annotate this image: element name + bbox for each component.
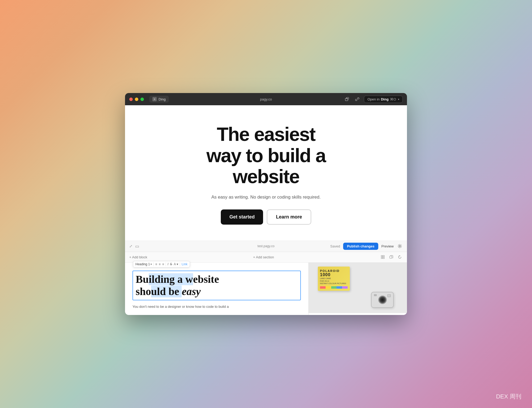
svg-rect-4 [383,255,384,257]
link-icon[interactable] [354,96,361,103]
strikethrough-btn[interactable]: S [170,262,172,266]
align-center-icon[interactable]: ≡ [159,262,161,266]
heading-text-part1: Bu [136,273,149,285]
close-button[interactable] [129,98,133,101]
inline-toolbar: Heading 1 ▾ ≡ ≡ ≡ I S A ▾ Link [133,261,190,267]
hero-section: The easiest way to build a website As ea… [125,105,407,241]
tab-favicon: Ꟙ [152,97,157,101]
browser-window: Ꟙ Ding pagy.co Open in [125,93,407,315]
get-started-button[interactable]: Get started [221,209,263,225]
content-columns: Heading 1 ▾ ≡ ≡ ≡ I S A ▾ Link [125,263,407,315]
camera [371,292,394,308]
align-left-icon[interactable]: ≡ [155,262,157,266]
text-edit-area: Heading 1 ▾ ≡ ≡ ≡ I S A ▾ Link [132,271,301,310]
add-block-button[interactable]: + Add block [129,255,147,259]
preview-button[interactable]: Preview [381,244,394,248]
editor-url: test.pagy.co [257,244,275,248]
heading-dropdown[interactable]: Heading 1 ▾ [135,262,152,266]
collapse-icon[interactable]: ⤢ [129,244,132,248]
mobile-preview-icon[interactable]: ▭ [135,244,139,249]
polaroid-box-inner: POLAROID 1000 LAND CAMEFOR 3½×4INSTANT C… [318,267,350,291]
svg-point-2 [399,246,401,247]
learn-more-button[interactable]: Learn more [267,209,311,225]
open-in-chevron-icon: ▾ [398,98,399,101]
polaroid-box: POLAROID 1000 LAND CAMEFOR 3½×4INSTANT C… [318,267,350,291]
heading-text-part2: ebsite [193,273,219,285]
settings-icon[interactable] [397,243,403,249]
toolbar-divider-3 [180,262,180,266]
hero-title: The easiest way to build a website [202,124,330,187]
link-btn[interactable]: Link [182,262,188,266]
publish-button[interactable]: Publish changes [343,243,378,250]
svg-rect-3 [381,255,383,257]
heading-text-selected: ilding a w [149,273,193,285]
title-bar: Ꟙ Ding pagy.co Open in [125,93,407,105]
toolbar-divider-1 [153,262,154,266]
body-text: You don't need to be a designer or know … [132,304,301,310]
italic-btn[interactable]: I [168,262,168,266]
text-column[interactable]: Heading 1 ▾ ≡ ≡ ≡ I S A ▾ Link [125,263,309,315]
camera-lens [378,296,387,304]
svg-rect-7 [390,256,392,258]
refresh-icon[interactable] [397,254,403,260]
align-right-icon[interactable]: ≡ [162,262,164,266]
hero-subtitle: As easy as writing. No design or coding … [211,195,321,200]
title-bar-right: Open in Ding ⌘O ▾ [344,96,403,103]
editor-section: ⤢ ▭ test.pagy.co Saved Publish changes P… [125,241,407,315]
heading-text-part3: sho [136,285,151,297]
heading-italic: easy [182,285,201,297]
duplicate-icon[interactable] [388,254,394,260]
camera-body [371,292,394,308]
block-actions [380,254,403,260]
open-in-shortcut: ⌘O [390,97,396,101]
heading-text-selected2: uld be [151,285,182,297]
browser-tab[interactable]: Ꟙ Ding [149,96,169,103]
toolbar-right-group: Saved Publish changes Preview [330,243,403,250]
minimize-button[interactable] [135,98,138,101]
browser-url: pagy.co [260,97,272,101]
camera-viewfinder [374,294,377,296]
heading-content[interactable]: Building a website should be easy [136,273,298,298]
maximize-button[interactable] [140,98,144,101]
add-section-button[interactable]: + Add section [253,255,274,259]
saved-label: Saved [330,244,340,248]
image-column: POLAROID 1000 LAND CAMEFOR 3½×4INSTANT C… [309,263,407,313]
svg-rect-0 [345,98,348,101]
share-icon[interactable] [344,96,351,103]
svg-rect-6 [383,257,384,259]
grid-icon[interactable] [380,254,386,260]
hero-buttons: Get started Learn more [221,209,311,225]
dex-label: DEX 周刊 [496,393,521,401]
open-in-app-name: Ding [381,97,389,101]
traffic-lights [129,98,144,101]
toolbar-divider-2 [166,262,166,266]
open-in-label: Open in [367,97,380,101]
svg-rect-5 [381,257,383,259]
text-block-selected[interactable]: Heading 1 ▾ ≡ ≡ ≡ I S A ▾ Link [132,271,301,300]
camera-flash [387,294,391,297]
font-btn[interactable]: A ▾ [174,262,178,266]
editor-toolbar: ⤢ ▭ test.pagy.co Saved Publish changes P… [125,241,407,252]
tab-label: Ding [159,97,166,101]
open-in-button[interactable]: Open in Ding ⌘O ▾ [364,96,403,103]
